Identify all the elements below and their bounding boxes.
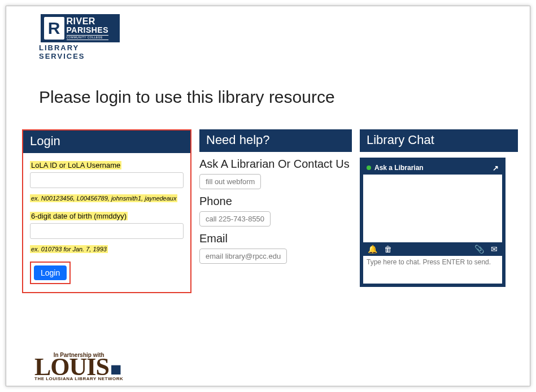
help-email-title: Email (199, 232, 352, 245)
username-hint: ex. N00123456, L00456789, johnsmith1, ja… (30, 194, 177, 202)
help-heading: Need help? (199, 129, 352, 152)
chat-toolbar: 🔔 🗑 📎 ✉ (363, 242, 502, 256)
envelope-icon[interactable]: ✉ (491, 245, 498, 254)
brand-line1: RIVER (67, 17, 109, 26)
bell-icon[interactable]: 🔔 (368, 245, 377, 254)
chat-input[interactable] (363, 256, 502, 282)
login-button-highlight: Login (30, 262, 71, 284)
password-hint: ex. 010793 for Jan. 7, 1993 (30, 245, 108, 253)
chat-titlebar: Ask a Librarian ↗ (363, 161, 502, 175)
chat-panel: Library Chat Ask a Librarian ↗ 🔔 🗑 (360, 129, 518, 287)
partner-logo: In Partnership with LOUIS ■ THE LOUISIAN… (34, 352, 123, 381)
attachment-icon[interactable]: 📎 (474, 245, 484, 254)
brand-line3: COMMUNITY COLLEGE (67, 35, 109, 40)
help-body: Ask A Librarian Or Contact Us fill out w… (199, 158, 352, 264)
help-phone-button[interactable]: call 225-743-8550 (199, 211, 271, 227)
username-input[interactable] (30, 172, 184, 188)
brand-text: RIVER PARISHES COMMUNITY COLLEGE (67, 17, 109, 40)
login-button[interactable]: Login (34, 265, 67, 280)
help-phone-title: Phone (199, 195, 352, 208)
help-ask-button[interactable]: fill out webform (199, 174, 261, 189)
page-frame: R RIVER PARISHES COMMUNITY COLLEGE LIBRA… (6, 6, 530, 386)
username-label: LoLA ID or LoLA Username (30, 161, 121, 169)
trash-icon[interactable]: 🗑 (384, 245, 392, 254)
password-label: 6-digit date of birth (mmddyy) (30, 212, 128, 220)
chat-widget: Ask a Librarian ↗ 🔔 🗑 📎 ✉ (360, 158, 506, 287)
page-title: Please login to use this library resourc… (39, 88, 520, 107)
help-ask-title: Ask A Librarian Or Contact Us (199, 158, 352, 171)
brand-line2: PARISHES (67, 26, 109, 34)
help-panel: Need help? Ask A Librarian Or Contact Us… (199, 129, 352, 264)
louisiana-state-icon: ■ (110, 363, 121, 376)
partner-big-text: LOUIS (34, 359, 109, 376)
popout-icon[interactable]: ↗ (493, 164, 499, 172)
chat-history[interactable] (363, 175, 502, 242)
help-email-button[interactable]: email library@rpcc.edu (199, 249, 287, 264)
brand-logo-box: R RIVER PARISHES COMMUNITY COLLEGE (41, 14, 120, 42)
partner-big: LOUIS ■ (34, 359, 123, 376)
brand-logo: R RIVER PARISHES COMMUNITY COLLEGE LIBRA… (39, 14, 121, 60)
chat-heading: Library Chat (360, 129, 518, 152)
brand-subtitle: LIBRARY SERVICES (39, 43, 121, 60)
login-heading: Login (23, 130, 190, 153)
login-body: LoLA ID or LoLA Username ex. N00123456, … (23, 153, 190, 286)
chat-widget-title: Ask a Librarian (374, 164, 424, 172)
partner-bottom: THE LOUISIANA LIBRARY NETWORK (34, 376, 123, 381)
brand-r-icon: R (44, 17, 64, 40)
password-input[interactable] (30, 223, 184, 239)
login-panel: Login LoLA ID or LoLA Username ex. N0012… (22, 129, 191, 293)
status-online-icon (367, 165, 371, 170)
columns: Login LoLA ID or LoLA Username ex. N0012… (16, 129, 520, 293)
